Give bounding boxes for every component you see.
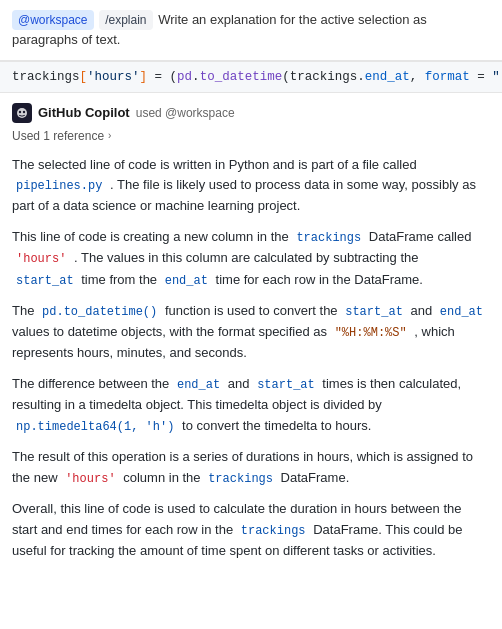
workspace-tag[interactable]: @workspace [12,10,94,30]
p4-end: to convert the timedelta to hours. [182,418,371,433]
code-format-val: " [492,70,500,84]
p2-trackings: trackings [292,230,365,246]
code-eq: = [470,70,493,84]
code-var: trackings [12,70,80,84]
copilot-avatar [12,103,32,123]
p1-text: The selected line of code is written in … [12,157,417,172]
code-pd: pd [177,70,192,84]
p2-hours-col: 'hours' [12,251,70,267]
svg-point-1 [19,110,21,112]
p4-end-at: end_at [173,377,224,393]
p4-start-at: start_at [253,377,319,393]
p2-mid: DataFrame called [369,229,472,244]
copilot-name: GitHub Copilot [38,105,130,120]
code-bracket: [ [80,70,88,84]
code-paren: ( [282,70,290,84]
command-bar: @workspace /explain Write an explanation… [0,0,502,61]
p3-end-at: end_at [436,304,487,320]
chevron-right-icon: › [108,130,111,141]
p3-func: pd.to_datetime() [38,304,161,320]
p3-start: The [12,303,34,318]
code-bracket2: ] [140,70,148,84]
p2-start: This line of code is creating a new colu… [12,229,289,244]
p5-end: DataFrame. [281,470,350,485]
code-assign: = ( [155,70,178,84]
p3-and: and [410,303,432,318]
p3-mid: function is used to convert the [165,303,338,318]
code-dot: . [192,70,200,84]
command-bar-text: @workspace /explain Write an explanation… [12,10,490,50]
copilot-logo-icon [15,106,29,120]
svg-point-2 [23,110,25,112]
response-p3: The pd.to_datetime() function is used to… [12,301,490,364]
p5-trackings: trackings [204,471,277,487]
code-trackings2: trackings [290,70,358,84]
explain-tag[interactable]: /explain [99,10,152,30]
response-body: The selected line of code is written in … [0,151,502,574]
p3-start-at: start_at [341,304,407,320]
pipelines-ref: pipelines.py [12,178,106,194]
copilot-used-text: used @workspace [136,106,235,120]
response-p5: The result of this operation is a series… [12,447,490,489]
copilot-header: GitHub Copilot used @workspace [0,93,502,127]
response-p6: Overall, this line of code is used to ca… [12,499,490,562]
p2-end: time for each row in the DataFrame. [216,272,423,287]
p2-end-at: end_at [161,273,212,289]
code-todatetime: to_datetime [200,70,283,84]
response-p4: The difference between the end_at and st… [12,374,490,437]
response-p2: This line of code is creating a new colu… [12,227,490,291]
p4-np: np.timedelta64(1, 'h') [12,419,178,435]
p2-rest: . The values in this column are calculat… [74,250,418,265]
code-format-param: format [425,70,470,84]
p3-format-val: "%H:%M:%S" [331,325,411,341]
code-dot2: . [357,70,365,84]
used-ref-label: Used 1 reference [12,129,104,143]
p2-start-at: start_at [12,273,78,289]
code-comma: , [410,70,418,84]
code-str-hours: 'hours' [87,70,140,84]
response-p1: The selected line of code is written in … [12,155,490,218]
p3-rest: values to datetime objects, with the for… [12,324,327,339]
code-endat: end_at [365,70,410,84]
p5-hours: 'hours' [61,471,119,487]
p6-trackings: trackings [237,523,310,539]
p2-time: time from the [81,272,157,287]
used-reference-row[interactable]: Used 1 reference › [0,127,502,151]
code-block: trackings['hours'] = (pd.to_datetime(tra… [0,61,502,93]
p5-mid: column in the [123,470,200,485]
p4-start: The difference between the [12,376,169,391]
p4-and: and [228,376,250,391]
